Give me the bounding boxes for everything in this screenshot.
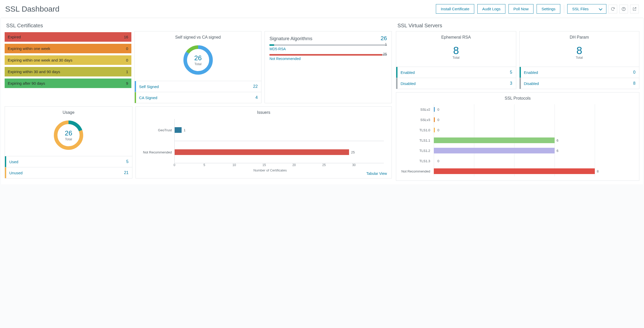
issuer-bar-area: 1 xyxy=(174,119,384,141)
self-vs-ca-card: Self signed vs CA signed 26 Total Self S… xyxy=(134,31,262,103)
svg-point-1 xyxy=(624,10,624,10)
audit-logs-button[interactable]: Audit Logs xyxy=(477,4,505,14)
ephemeral-label: Enabled xyxy=(401,70,510,75)
ephemeral-label: Disabled xyxy=(401,81,510,86)
protocol-label: SSLv2 xyxy=(400,108,434,111)
issuer-value: 25 xyxy=(351,150,355,154)
issuer-axis-tick: 10 xyxy=(219,163,249,167)
sig-algos-title: Signature Algorithms xyxy=(269,36,312,41)
protocol-row: Not Recommended 8 xyxy=(400,166,635,176)
issuers-title: Issuers xyxy=(136,107,392,116)
protocol-row: TLS1.1 6 xyxy=(400,135,635,145)
expiry-label: Expiring within 30 and 90 days xyxy=(8,70,60,74)
ssl-files-dropdown[interactable]: SSL Files xyxy=(567,4,606,14)
usage-row[interactable]: Unused 21 xyxy=(5,167,132,178)
expiry-row[interactable]: Expiring within one week and 30 days0 xyxy=(5,55,131,65)
self-vs-ca-value: 4 xyxy=(255,95,258,100)
sig-algo-label: MD5-RSA xyxy=(269,47,286,51)
usage-label: Used xyxy=(9,160,126,164)
usage-row[interactable]: Used 5 xyxy=(5,156,132,167)
ephemeral-value: 5 xyxy=(510,70,512,75)
refresh-button[interactable] xyxy=(608,5,617,13)
help-button[interactable] xyxy=(619,5,628,13)
protocol-value: 0 xyxy=(437,108,439,111)
poll-now-button[interactable]: Poll Now xyxy=(509,4,533,14)
self-vs-ca-total-label: Total xyxy=(194,62,201,66)
protocol-label: Not Recommended xyxy=(400,169,434,173)
color-tick xyxy=(5,167,6,178)
protocol-bar xyxy=(434,107,435,112)
self-vs-ca-value: 22 xyxy=(253,84,258,89)
ephemeral-row[interactable]: Disabled 3 xyxy=(396,78,516,89)
refresh-icon xyxy=(611,7,615,11)
dh-row[interactable]: Enabled 0 xyxy=(520,67,639,78)
settings-button[interactable]: Settings xyxy=(537,4,560,14)
issuers-card: Issuers GeoTrust 1 Not Recommended 25 05… xyxy=(135,106,392,178)
page-header: SSL Dashboard Install Certificate Audit … xyxy=(0,0,644,18)
dh-total-label: Total xyxy=(520,56,639,59)
expiry-row[interactable]: Expiring within one week0 xyxy=(5,44,131,53)
sig-algo-value: 1 xyxy=(385,42,387,46)
protocol-value: 8 xyxy=(597,169,599,173)
sig-bar-track xyxy=(269,44,387,46)
self-vs-ca-label: Self Signed xyxy=(139,84,253,89)
color-tick xyxy=(5,156,6,167)
ephemeral-row[interactable]: Enabled 5 xyxy=(396,67,516,78)
ephemeral-total-label: Total xyxy=(396,56,516,59)
usage-value: 5 xyxy=(126,159,129,164)
dh-value: 8 xyxy=(633,81,635,86)
sig-algo-value: 25 xyxy=(383,52,387,56)
dh-label: Disabled xyxy=(524,81,633,86)
protocol-bar xyxy=(434,137,555,143)
protocol-bar xyxy=(434,117,435,122)
sig-bar-track xyxy=(269,54,387,56)
issuer-axis-tick: 20 xyxy=(279,163,309,167)
sig-bar-fill xyxy=(269,54,382,56)
protocol-value: 0 xyxy=(437,128,439,132)
dh-title: DH Param xyxy=(520,31,639,41)
self-vs-ca-row[interactable]: CA Signed 4 xyxy=(135,92,261,103)
usage-total-label: Total xyxy=(65,137,72,141)
usage-total: 26 xyxy=(65,129,72,137)
issuers-tabular-link[interactable]: Tabular View xyxy=(366,171,387,176)
expiry-row[interactable]: Expiring within 30 and 90 days1 xyxy=(5,67,131,76)
usage-label: Unused xyxy=(9,171,124,175)
ssl-protocols-card: SSL Protocols SSLv2 0 SSLv3 0 TLS1.0 0 T… xyxy=(396,92,639,181)
protocol-bar xyxy=(434,168,595,174)
ssl-certificates-section-title: SSL Certificates xyxy=(5,19,392,31)
protocol-track: 0 xyxy=(434,104,635,115)
protocol-row: SSLv2 0 xyxy=(400,104,635,115)
ephemeral-title: Ephemeral RSA xyxy=(396,31,516,41)
header-divider xyxy=(564,5,564,13)
protocol-row: TLS1.0 0 xyxy=(400,125,635,135)
color-tick xyxy=(520,67,521,78)
install-certificate-button[interactable]: Install Certificate xyxy=(436,4,474,14)
protocol-track: 8 xyxy=(434,166,635,176)
issuers-plot: GeoTrust 1 Not Recommended 25 0510152025… xyxy=(136,116,392,175)
self-vs-ca-total: 26 xyxy=(194,54,202,62)
protocol-label: TLS1.1 xyxy=(400,139,434,142)
issuer-bar xyxy=(175,149,349,155)
protocols-title: SSL Protocols xyxy=(396,92,639,102)
expiry-label: Expiring after 90 days xyxy=(8,81,45,85)
signature-algorithms-card: Signature Algorithms 26 MD5-RSA 1 Not Re… xyxy=(265,31,392,103)
popout-icon xyxy=(632,7,637,11)
usage-title: Usage xyxy=(5,107,132,116)
expiry-row[interactable]: Expiring after 90 days9 xyxy=(5,79,131,88)
self-vs-ca-row[interactable]: Self Signed 22 xyxy=(135,81,261,92)
popout-button[interactable] xyxy=(630,5,639,13)
expiry-row[interactable]: Expired16 xyxy=(5,32,131,42)
protocol-value: 0 xyxy=(437,159,439,163)
dh-total: 8 xyxy=(520,45,639,56)
expiry-card: Expired16Expiring within one week0Expiri… xyxy=(5,31,131,103)
expiry-value: 1 xyxy=(126,70,128,74)
color-tick xyxy=(520,78,521,89)
usage-value: 21 xyxy=(124,170,129,175)
protocol-label: SSLv3 xyxy=(400,118,434,122)
issuer-bar xyxy=(175,127,182,133)
dh-row[interactable]: Disabled 8 xyxy=(520,78,639,89)
sig-algo-row[interactable]: MD5-RSA 1 xyxy=(265,43,392,53)
sig-algo-row[interactable]: Not Recommended 25 xyxy=(265,53,392,62)
issuer-axis-tick: 15 xyxy=(249,163,279,167)
ssl-files-label: SSL Files xyxy=(572,7,589,11)
